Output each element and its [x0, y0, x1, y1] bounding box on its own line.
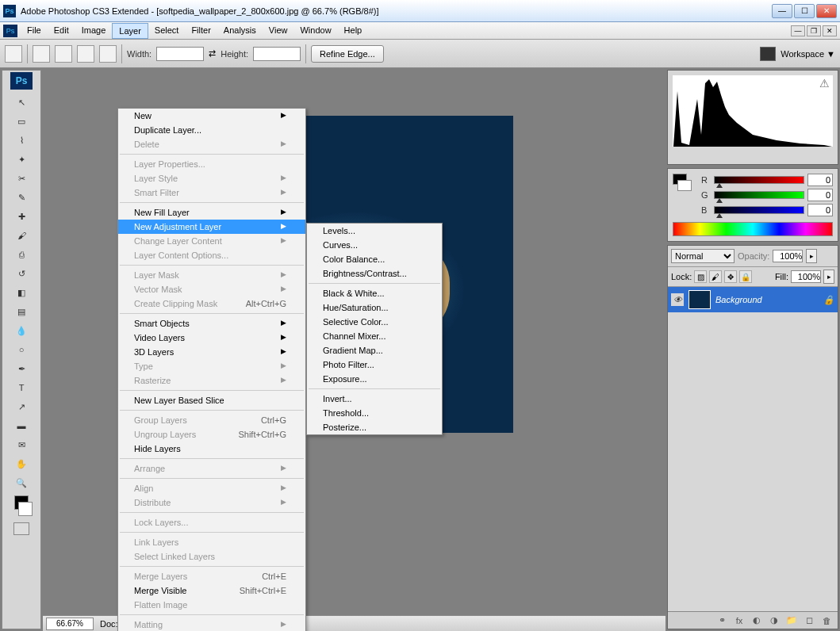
history-brush-tool-icon[interactable]: ↺ — [11, 264, 32, 283]
menubar-item-file[interactable]: File — [21, 23, 48, 39]
warning-icon[interactable]: ⚠ — [819, 77, 830, 90]
menu-item[interactable]: Levels... — [307, 224, 442, 238]
stamp-tool-icon[interactable]: ⎙ — [11, 245, 32, 264]
b-value[interactable] — [807, 204, 833, 216]
pen-tool-icon[interactable]: ✒ — [11, 359, 32, 378]
menubar-item-image[interactable]: Image — [75, 23, 113, 39]
doc-close-button[interactable]: ✕ — [823, 25, 837, 36]
menu-item[interactable]: Duplicate Layer... — [118, 123, 305, 137]
menu-item[interactable]: Brightness/Contrast... — [307, 266, 442, 281]
layer-thumbnail[interactable] — [688, 290, 711, 309]
r-slider[interactable] — [714, 176, 804, 184]
menu-item[interactable]: Photo Filter... — [307, 358, 442, 372]
selection-mode-intersect-icon[interactable] — [99, 45, 117, 63]
lock-position-icon[interactable]: ✥ — [724, 270, 737, 283]
notes-tool-icon[interactable]: ✉ — [11, 435, 32, 454]
adjustment-layer-icon[interactable]: ◑ — [768, 614, 781, 627]
menu-item[interactable]: Video Layers▶ — [118, 331, 305, 345]
menubar-item-edit[interactable]: Edit — [48, 23, 75, 39]
fill-input[interactable] — [791, 270, 821, 283]
hand-tool-icon[interactable]: ✋ — [11, 454, 32, 473]
eraser-tool-icon[interactable]: ◧ — [11, 283, 32, 302]
lock-paint-icon[interactable]: 🖌 — [709, 270, 722, 283]
menu-item[interactable]: Black & White... — [307, 286, 442, 300]
layer-fx-icon[interactable]: fx — [733, 614, 746, 627]
blur-tool-icon[interactable]: 💧 — [11, 321, 32, 340]
r-value[interactable] — [807, 174, 833, 186]
color-bg-swatch[interactable] — [677, 180, 692, 191]
move-tool-icon[interactable]: ↖ — [11, 93, 32, 112]
menu-item[interactable]: Gradient Map... — [307, 343, 442, 358]
selection-mode-subtract-icon[interactable] — [77, 45, 94, 63]
minimize-button[interactable]: — — [772, 4, 792, 18]
doc-minimize-button[interactable]: — — [791, 25, 805, 36]
link-layers-icon[interactable]: ⚭ — [715, 614, 728, 627]
menu-item[interactable]: Smart Objects▶ — [118, 316, 305, 331]
menu-item[interactable]: Merge VisibleShift+Ctrl+E — [118, 583, 305, 598]
zoom-tool-icon[interactable]: 🔍 — [11, 473, 32, 492]
eyedropper-tool-icon[interactable]: ✎ — [11, 188, 32, 207]
menu-item[interactable]: New Adjustment Layer▶ — [118, 220, 305, 234]
maximize-button[interactable]: ☐ — [794, 4, 815, 18]
menubar-item-view[interactable]: View — [263, 23, 294, 39]
fill-flyout-icon[interactable]: ▸ — [823, 270, 834, 284]
menubar-item-help[interactable]: Help — [338, 23, 369, 39]
crop-tool-icon[interactable]: ✂ — [11, 169, 32, 188]
menubar-item-filter[interactable]: Filter — [185, 23, 217, 39]
menu-item[interactable]: Color Balance... — [307, 252, 442, 266]
gradient-tool-icon[interactable]: ▤ — [11, 302, 32, 321]
menu-item[interactable]: New Layer Based Slice — [118, 393, 305, 407]
close-button[interactable]: ✕ — [816, 4, 837, 18]
blend-mode-select[interactable]: Normal — [671, 249, 735, 263]
workspace-icon[interactable] — [760, 47, 776, 61]
menubar-item-select[interactable]: Select — [148, 23, 186, 39]
layer-row[interactable]: 👁 Background 🔒 — [668, 287, 838, 312]
new-layer-icon[interactable]: ◻ — [803, 614, 815, 627]
menu-item[interactable]: Hue/Saturation... — [307, 300, 442, 315]
menubar-item-analysis[interactable]: Analysis — [217, 23, 263, 39]
visibility-icon[interactable]: 👁 — [671, 293, 684, 306]
zoom-input[interactable] — [46, 618, 94, 630]
selection-mode-new-icon[interactable] — [33, 45, 50, 63]
height-input[interactable] — [253, 47, 301, 61]
g-value[interactable] — [807, 189, 833, 201]
shape-tool-icon[interactable]: ▬ — [11, 416, 32, 435]
width-input[interactable] — [156, 47, 204, 61]
lock-all-icon[interactable]: 🔒 — [739, 270, 752, 283]
layer-group-icon[interactable]: 📁 — [785, 614, 798, 627]
doc-restore-button[interactable]: ❐ — [807, 25, 821, 36]
opacity-input[interactable] — [773, 250, 803, 262]
menubar-item-window[interactable]: Window — [293, 23, 337, 39]
brush-tool-icon[interactable]: 🖌 — [11, 226, 32, 245]
layer-mask-icon[interactable]: ◐ — [750, 614, 763, 627]
layer-name[interactable]: Background — [715, 295, 762, 304]
lock-transparent-icon[interactable]: ▨ — [694, 270, 707, 283]
layer-list[interactable]: 👁 Background 🔒 — [668, 287, 838, 611]
menu-item[interactable]: Hide Layers — [118, 442, 305, 456]
dodge-tool-icon[interactable]: ○ — [11, 340, 32, 359]
titlebar[interactable]: Ps Adobe Photoshop CS3 Extended - [softp… — [0, 0, 840, 22]
g-slider[interactable] — [714, 191, 804, 199]
menu-item[interactable]: New Fill Layer▶ — [118, 205, 305, 220]
workspace-button[interactable]: Workspace ▼ — [781, 49, 835, 59]
refine-edge-button[interactable]: Refine Edge... — [311, 45, 384, 63]
swap-icon[interactable]: ⇄ — [209, 48, 216, 59]
b-slider[interactable] — [714, 206, 804, 214]
menu-item[interactable]: Threshold... — [307, 406, 442, 420]
healing-tool-icon[interactable]: ✚ — [11, 207, 32, 226]
selection-mode-add-icon[interactable] — [55, 45, 72, 63]
type-tool-icon[interactable]: T — [11, 378, 32, 397]
menu-item[interactable]: Invert... — [307, 392, 442, 406]
marquee-tool-icon[interactable]: ▭ — [11, 112, 32, 131]
menubar-item-layer[interactable]: Layer — [112, 23, 148, 39]
path-tool-icon[interactable]: ↗ — [11, 397, 32, 416]
menu-item[interactable]: Curves... — [307, 238, 442, 252]
current-tool-icon[interactable] — [5, 45, 22, 63]
lasso-tool-icon[interactable]: ⌇ — [11, 131, 32, 150]
color-spectrum[interactable] — [673, 222, 833, 236]
trash-icon[interactable]: 🗑 — [820, 614, 833, 627]
menu-item[interactable]: Channel Mixer... — [307, 329, 442, 343]
menu-item[interactable]: Selective Color... — [307, 315, 442, 329]
quickmask-icon[interactable] — [13, 522, 29, 535]
opacity-flyout-icon[interactable]: ▸ — [806, 249, 817, 263]
